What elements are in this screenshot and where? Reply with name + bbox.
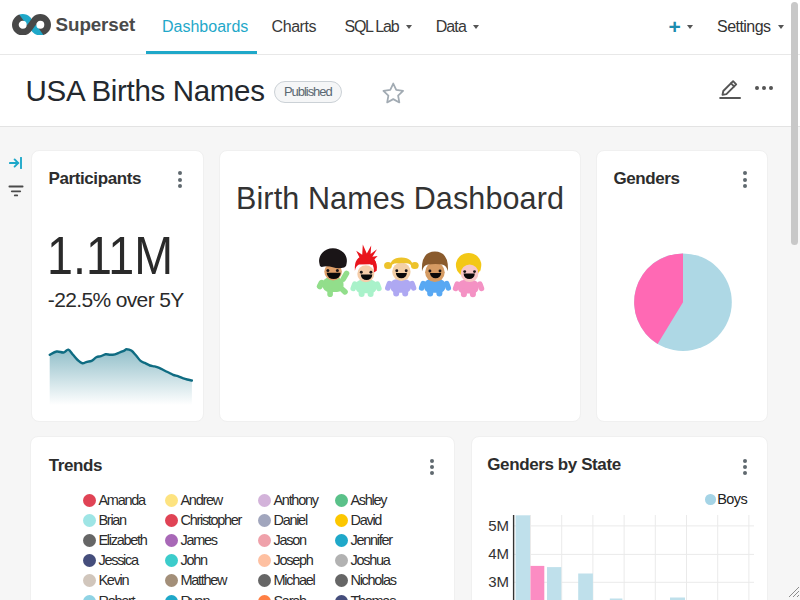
svg-text:5M: 5M <box>488 517 509 534</box>
svg-text:3M: 3M <box>488 573 509 590</box>
svg-text:4M: 4M <box>488 545 509 562</box>
